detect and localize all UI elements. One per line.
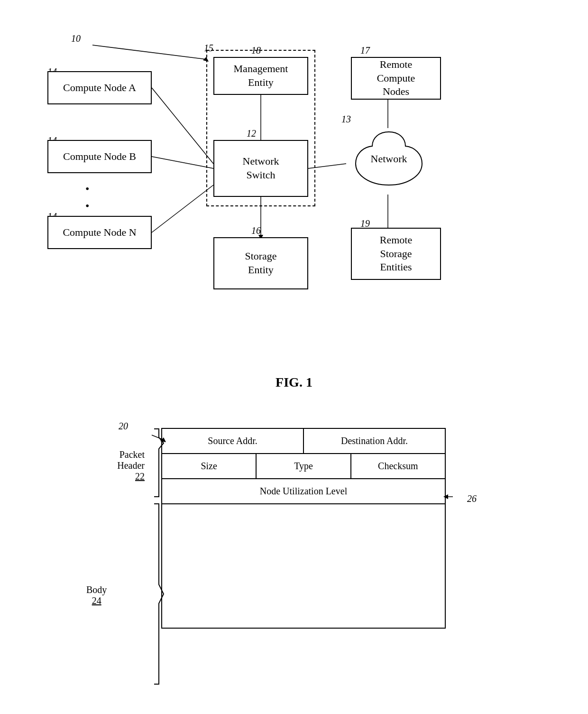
label-26: 26 xyxy=(467,493,477,504)
label-13: 13 xyxy=(341,114,351,125)
source-addr-cell: Source Addr. xyxy=(162,429,304,453)
management-entity-box: Management Entity xyxy=(213,57,308,95)
label-16: 16 xyxy=(251,225,261,236)
label-18: 18 xyxy=(251,45,261,56)
network-switch-box: Network Switch xyxy=(213,140,308,197)
label-10: 10 xyxy=(71,33,81,44)
svg-line-4 xyxy=(152,185,213,232)
packet-row-2: Size Type Checksum xyxy=(162,454,445,479)
body-label: Body 24 xyxy=(86,584,107,606)
storage-entity-box: Storage Entity xyxy=(213,237,308,289)
fig1-diagram: 10 15 18 17 12 13 14 14 14 16 19 ••• Com… xyxy=(19,19,569,370)
packet-row-body xyxy=(162,504,445,628)
svg-line-2 xyxy=(152,88,213,164)
compute-node-n-box: Compute Node N xyxy=(47,216,152,249)
compute-node-b-box: Compute Node B xyxy=(47,140,152,173)
storage-entity-label: Storage Entity xyxy=(245,250,276,277)
packet-row-1: Source Addr. Destination Addr. xyxy=(162,429,445,454)
packet-row-3: Node Utilization Level xyxy=(162,479,445,504)
compute-node-b-label: Compute Node B xyxy=(63,150,136,164)
svg-line-3 xyxy=(152,157,213,168)
svg-text:Network: Network xyxy=(371,153,407,165)
type-cell: Type xyxy=(257,454,351,478)
compute-node-a-label: Compute Node A xyxy=(63,81,136,95)
packet-diagram: Source Addr. Destination Addr. Size Type… xyxy=(161,428,446,629)
label-22: 22 xyxy=(135,471,145,482)
remote-storage-entities-box: Remote Storage Entities xyxy=(351,228,441,280)
label-24: 24 xyxy=(92,595,101,606)
compute-node-a-box: Compute Node A xyxy=(47,71,152,104)
compute-node-n-label: Compute Node N xyxy=(63,226,136,240)
remote-compute-nodes-label: Remote Compute Nodes xyxy=(377,58,415,99)
dest-addr-cell: Destination Addr. xyxy=(304,429,445,453)
remote-compute-nodes-box: Remote Compute Nodes xyxy=(351,57,441,100)
fig2-diagram: 20 Packet Header 22 Body 24 26 Source Ad… xyxy=(57,404,531,713)
packet-header-label: Packet Header 22 xyxy=(71,449,145,482)
svg-line-0 xyxy=(92,45,206,59)
label-15: 15 xyxy=(204,43,213,54)
remote-storage-entities-label: Remote Storage Entities xyxy=(380,233,412,274)
fig1-caption: FIG. 1 xyxy=(19,375,569,390)
checksum-cell: Checksum xyxy=(351,454,445,478)
label-17: 17 xyxy=(360,45,370,56)
node-util-cell: Node Utilization Level xyxy=(162,479,445,503)
label-20: 20 xyxy=(119,421,128,432)
network-cloud: Network xyxy=(346,128,432,195)
management-entity-label: Management Entity xyxy=(234,62,288,89)
network-switch-label: Network Switch xyxy=(243,155,279,182)
size-cell: Size xyxy=(162,454,257,478)
label-12: 12 xyxy=(247,128,256,139)
